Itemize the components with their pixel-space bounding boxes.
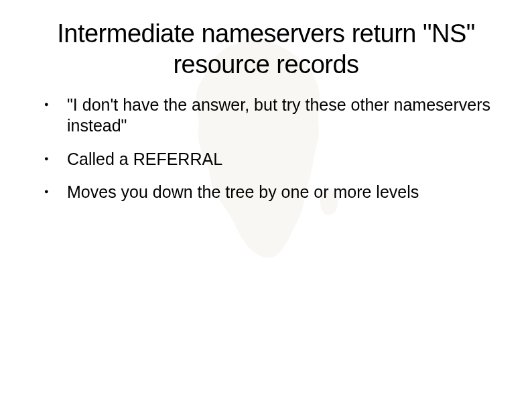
slide-title: Intermediate nameservers return "NS" res… bbox=[40, 19, 492, 80]
bullet-list: "I don't have the answer, but try these … bbox=[40, 95, 492, 215]
bullet-item: Moves you down the tree by one or more l… bbox=[44, 182, 492, 215]
bullet-item: "I don't have the answer, but try these … bbox=[44, 95, 492, 149]
bullet-item: Called a REFERRAL bbox=[44, 149, 492, 182]
slide-content: Intermediate nameservers return "NS" res… bbox=[0, 0, 532, 399]
